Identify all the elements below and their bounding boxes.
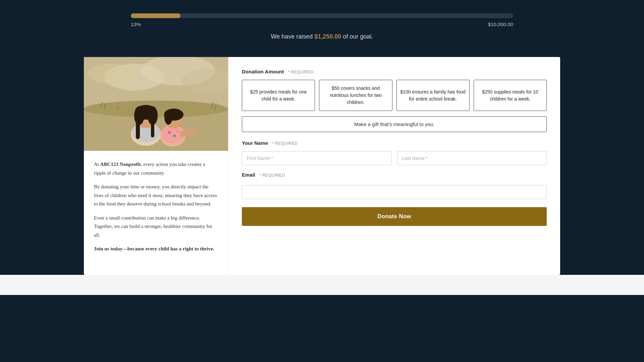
progress-percent-label: 13%: [131, 21, 141, 27]
top-section: 13% $10,000.00 We have raised $1,250.00 …: [0, 0, 644, 57]
email-required-badge: * REQUIRED: [259, 173, 285, 178]
amount-50-button[interactable]: $50 covers snacks and nutritious lunches…: [319, 80, 392, 111]
card-right: Donation Amount * REQUIRED $25 provides …: [228, 57, 560, 275]
raised-amount: $1,250.00: [314, 33, 341, 40]
body-closing: Join us today—because every child has a …: [94, 245, 218, 253]
first-name-input[interactable]: [242, 151, 392, 165]
main-card: At ABC123 Nonprofit, every action you ta…: [84, 57, 560, 275]
amount-250-button[interactable]: $250 supplies meals for 10 children for …: [474, 80, 547, 111]
body-para1: At ABC123 Nonprofit, every action you ta…: [94, 160, 218, 177]
svg-point-20: [177, 130, 179, 132]
amount-25-button[interactable]: $25 provides meals for one child for a w…: [242, 80, 315, 111]
svg-point-4: [87, 64, 134, 84]
svg-point-18: [168, 131, 171, 134]
email-label: Email * REQUIRED: [242, 172, 547, 178]
para1-prefix: At: [94, 162, 100, 167]
last-name-field: [397, 151, 547, 165]
first-name-field: [242, 151, 392, 165]
svg-rect-14: [136, 119, 140, 139]
card-left: At ABC123 Nonprofit, every action you ta…: [84, 57, 228, 275]
progress-goal-label: $10,000.00: [488, 21, 513, 27]
amount-100-button[interactable]: $100 ensures a family has food for entir…: [396, 80, 470, 111]
progress-bar-fill: [131, 13, 180, 18]
progress-labels: 13% $10,000.00: [131, 21, 513, 27]
name-required-badge: * REQUIRED: [272, 141, 298, 146]
svg-rect-15: [151, 119, 154, 137]
svg-point-19: [173, 134, 176, 137]
donation-amount-label: Donation Amount * REQUIRED: [242, 69, 547, 74]
raised-text: We have raised $1,250.00 of our goal.: [131, 33, 513, 40]
body-para2: By donating your time or money, you dire…: [94, 183, 218, 208]
body-para3: Even a small contribution can make a big…: [94, 214, 218, 240]
raised-before: We have raised: [271, 33, 313, 40]
progress-bar-container: [131, 13, 513, 18]
donation-required-badge: * REQUIRED: [288, 70, 313, 74]
org-name: ABC123 Nonprofit: [100, 162, 141, 167]
email-section: Email * REQUIRED: [242, 172, 547, 199]
svg-point-23: [164, 110, 172, 125]
custom-amount-button[interactable]: Make a gift that's meaningful to you.: [242, 116, 547, 132]
last-name-input[interactable]: [397, 151, 547, 165]
card-text: At ABC123 Nonprofit, every action you ta…: [84, 151, 228, 263]
hero-image: [84, 57, 228, 151]
donation-amounts-grid: $25 provides meals for one child for a w…: [242, 80, 547, 111]
name-section: Your Name * REQUIRED: [242, 140, 547, 165]
donate-now-button[interactable]: Donate Now: [242, 207, 547, 226]
your-name-label: Your Name * REQUIRED: [242, 140, 547, 146]
email-input[interactable]: [242, 185, 547, 199]
bottom-background: [0, 275, 644, 295]
raised-after: of our goal.: [343, 33, 373, 40]
name-form-row: [242, 151, 547, 165]
